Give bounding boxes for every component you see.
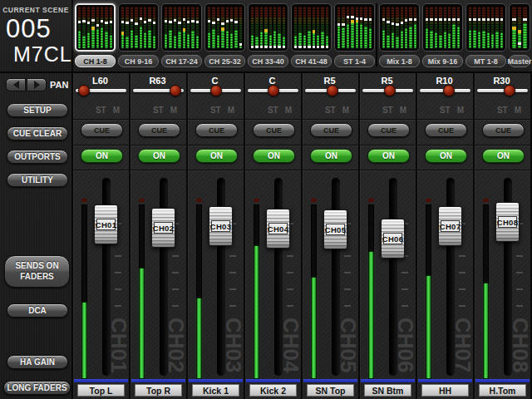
meter-tab-ch-9-16[interactable]: CH 9-16 [118,3,159,68]
pan-knob[interactable] [268,85,279,96]
setup-button[interactable]: SETUP [7,103,68,117]
meter-column [226,7,229,48]
fader-position-mark [396,23,398,26]
cue-button[interactable]: CUE [367,123,410,137]
meter-level-bar [382,30,385,49]
on-button[interactable]: ON [81,149,123,163]
fader-position-mark [144,21,146,23]
meter-tab-ch-33-40[interactable]: CH 33-40 [248,3,288,68]
on-button[interactable]: ON [195,149,238,163]
sends-on-faders-button[interactable]: SENDS ON FADERS [4,255,70,288]
on-button[interactable]: ON [138,149,180,163]
channel-number-watermark: CH06 [395,318,416,382]
clip-indicator [311,199,317,202]
pan-knob[interactable] [210,85,222,96]
channel-name[interactable]: Kick 1 [192,384,239,397]
fader-cap[interactable]: CH07 [438,206,462,246]
left-arrow-icon [13,81,19,89]
level-meter [196,204,202,379]
fader-cap[interactable]: CH08 [495,202,520,242]
cue-button[interactable]: CUE [310,123,352,137]
meter-column [298,7,301,48]
pan-knob[interactable] [384,85,396,96]
fader-position-mark [426,18,428,21]
cue-button[interactable]: CUE [253,123,295,137]
level-meter [254,204,259,379]
fader-position-mark [478,18,480,21]
fader-position-mark [308,46,310,48]
fader-cap[interactable]: CH06 [381,219,405,259]
pan-mode-previous-button[interactable] [6,78,26,91]
meter-level-bar [356,19,358,48]
mono-indicator: M [228,106,234,115]
meter-tab-mt-1-8[interactable]: MT 1-8 [466,3,506,68]
pan-knob[interactable] [443,85,455,96]
meter-tab-mix-9-16[interactable]: Mix 9-16 [422,3,463,68]
fader-scale-tick [172,305,179,307]
pan-knob[interactable] [504,85,515,96]
channel-name[interactable]: SN Btm [364,384,411,397]
cue-button[interactable]: CUE [138,123,180,137]
long-faders-button[interactable]: LONG FADERS [3,381,71,395]
channel-name[interactable]: SN Top [307,384,354,397]
fader-position-mark [409,18,411,21]
channel-name[interactable]: Top R [135,384,182,397]
meter-level-bar [174,36,176,48]
on-button[interactable]: ON [367,149,410,163]
cue-button[interactable]: CUE [81,123,123,137]
meter-tab-ch-17-24[interactable]: CH 17-24 [161,3,202,68]
outports-button[interactable]: OUTPORTS [7,150,68,164]
meter-level-bar [212,29,214,48]
fader-track[interactable] [332,178,340,376]
fader-cap[interactable]: CH05 [323,209,347,249]
meter-level-bar [387,35,389,48]
meter-tab-label: MT 1-8 [466,55,506,67]
channel-name[interactable]: Kick 2 [249,384,297,397]
fader-position-mark [500,18,503,21]
fader-position-mark [430,18,432,21]
meter-tab-mix-1-8[interactable]: Mix 1-8 [379,3,420,68]
ha-gain-button[interactable]: HA GAIN [7,355,68,369]
channel-color-bar [74,379,128,382]
on-button[interactable]: ON [310,149,352,163]
cue-clear-button[interactable]: CUE CLEAR [7,126,68,140]
cue-button[interactable]: CUE [195,123,238,137]
meter-tab-ch-41-48[interactable]: CH 41-48 [291,3,332,68]
cue-button[interactable]: CUE [482,123,525,137]
fader-track[interactable] [274,178,283,376]
utility-button[interactable]: UTILITY [7,173,68,187]
channel-name[interactable]: HH [421,384,469,397]
stereo-indicator: ST [440,106,451,115]
fader-position-mark [342,23,344,26]
fader-position-mark [387,21,389,23]
fader-scale-tick [229,272,236,273]
on-button[interactable]: ON [253,149,295,163]
pan-mode-next-button[interactable] [27,78,47,91]
pan-knob[interactable] [78,85,90,96]
on-button[interactable]: ON [425,149,467,163]
meter-tab-st-1-4[interactable]: ST 1-4 [334,3,375,68]
pan-knob[interactable] [327,85,338,96]
fader-track[interactable] [389,178,397,376]
meter-column [260,7,263,48]
fader-position-mark [110,21,112,23]
channel-name[interactable]: Top L [77,384,125,397]
pan-slider-track[interactable] [477,89,528,92]
pan-knob[interactable] [170,85,181,96]
fader-cap[interactable]: CH03 [209,206,233,246]
fader-cap[interactable]: CH02 [151,208,175,248]
meter-level-bar [110,35,112,48]
on-button[interactable]: ON [482,149,525,163]
meter-tab-ch-1-8[interactable]: CH 1-8 [75,3,116,68]
meter-column [396,7,398,48]
fader-position-mark [435,18,437,21]
fader-scale-tick [516,305,523,307]
channel-name[interactable]: H.Tom [479,384,526,397]
meter-tab-master[interactable]: Master [509,3,530,68]
fader-cap[interactable]: CH04 [266,209,290,249]
meter-tab-ch-25-32[interactable]: CH 25-32 [204,3,245,68]
fader-cap[interactable]: CH01 [94,204,118,244]
mini-meter-box [161,3,202,52]
dca-button[interactable]: DCA [7,303,68,318]
cue-button[interactable]: CUE [425,123,467,137]
